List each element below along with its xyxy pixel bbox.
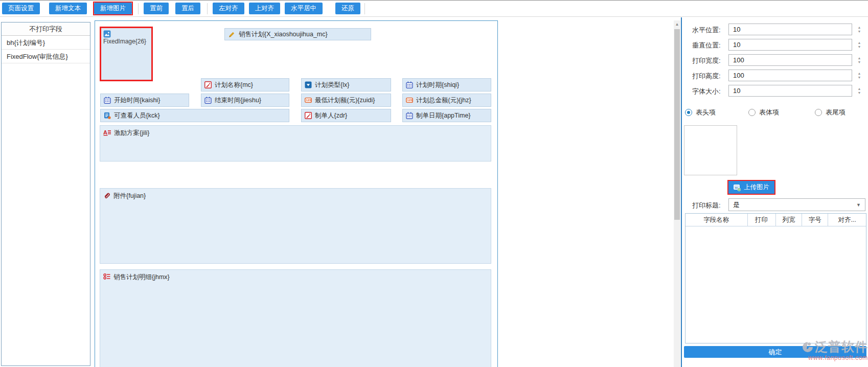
print-title-label: 打印标题: xyxy=(692,201,721,210)
print-width-input[interactable] xyxy=(728,54,852,66)
no-print-fields-panel: 不打印字段 bh{计划编号} FixedFlow{审批信息} xyxy=(1,22,90,366)
field-create-date[interactable]: 制单日期{appTime} xyxy=(402,109,491,122)
spin-down-icon[interactable]: ▼ xyxy=(858,45,861,49)
field-settings-table: 字段名称 打印 列宽 字号 对齐... xyxy=(685,213,866,343)
toolbar-divider xyxy=(207,3,208,14)
chevron-down-icon: ▼ xyxy=(856,202,861,208)
field-plan-total-amount[interactable]: 123 计划总金额(元){jhz} xyxy=(402,94,491,107)
scrollbar-thumb[interactable] xyxy=(674,29,680,220)
field-label: 计划时期{shiqi} xyxy=(416,81,459,89)
spin-up-icon[interactable]: ▲ xyxy=(858,72,861,75)
field-plan-type[interactable]: 计划类型{lx} xyxy=(301,78,391,91)
col-font-size[interactable]: 字号 xyxy=(802,214,828,226)
field-end-time[interactable]: 结束时间{jieshu} xyxy=(201,94,289,107)
upload-highlight: 上传图片 xyxy=(727,180,775,195)
sidebar-item-approval-info[interactable]: FixedFlow{审批信息} xyxy=(2,50,90,63)
block-sales-plan-detail[interactable]: 销售计划明细{jhmx} xyxy=(100,269,491,367)
col-align[interactable]: 对齐... xyxy=(828,214,866,226)
add-image-button[interactable]: 新增图片 xyxy=(94,3,132,14)
vertical-scrollbar[interactable]: ▲ xyxy=(674,20,680,367)
radio-table-footer[interactable]: 表尾项 xyxy=(815,108,846,117)
print-design-canvas: FixedImage{26} 销售计划{X_xiaoshoujihua_mc} … xyxy=(95,20,498,367)
toolbar: 页面设置 新增文本 新增图片 置前 置后 左对齐 上对齐 水平居中 还原 xyxy=(0,0,868,17)
add-image-highlight: 新增图片 xyxy=(93,2,133,15)
prop-row-font-size: 字体大小: ▲▼ xyxy=(682,85,868,97)
spin-up-icon[interactable]: ▲ xyxy=(858,87,861,90)
upload-label: 上传图片 xyxy=(744,183,769,192)
prop-label: 字体大小: xyxy=(692,87,721,96)
confirm-button[interactable]: 确定 xyxy=(684,346,866,358)
fixed-image-element[interactable]: FixedImage{26} xyxy=(100,27,153,81)
vertical-position-input[interactable] xyxy=(728,39,852,51)
field-plan-name[interactable]: 计划名称{mc} xyxy=(201,78,289,91)
field-label: 最低计划额(元){zuidi} xyxy=(315,96,375,105)
form-title-element[interactable]: 销售计划{X_xiaoshoujihua_mc} xyxy=(224,28,371,40)
radio-label: 表体项 xyxy=(759,108,779,117)
block-label: 激励方案{jili} xyxy=(114,129,149,137)
field-plan-period[interactable]: 计划时期{shiqi} xyxy=(402,78,491,91)
radio-icon xyxy=(815,109,822,116)
table-header-row: 字段名称 打印 列宽 字号 对齐... xyxy=(686,214,866,226)
radio-label: 表头项 xyxy=(696,108,716,117)
scroll-up-icon[interactable]: ▲ xyxy=(674,20,680,28)
detail-list-icon xyxy=(103,273,110,280)
prop-label: 打印宽度: xyxy=(692,56,721,65)
prop-row-vertical-position: 垂直位置: ▲▼ xyxy=(682,39,868,51)
reset-button[interactable]: 还原 xyxy=(335,3,360,14)
spin-down-icon[interactable]: ▼ xyxy=(858,76,861,79)
dropdown-icon xyxy=(305,81,312,88)
font-size-input[interactable] xyxy=(728,85,852,97)
align-top-button[interactable]: 上对齐 xyxy=(249,3,281,14)
tag-icon xyxy=(229,31,235,38)
upload-image-button[interactable]: 上传图片 xyxy=(728,181,774,194)
radio-table-body[interactable]: 表体项 xyxy=(748,108,779,117)
add-text-button[interactable]: 新增文本 xyxy=(49,3,87,14)
spin-up-icon[interactable]: ▲ xyxy=(858,56,861,60)
radio-label: 表尾项 xyxy=(826,108,846,117)
spin-up-icon[interactable]: ▲ xyxy=(858,26,861,29)
page-setup-button[interactable]: 页面设置 xyxy=(2,3,40,14)
field-label: 计划总金额(元){jhz} xyxy=(416,96,471,105)
sidebar-item-plan-number[interactable]: bh{计划编号} xyxy=(2,36,90,50)
image-preview-box xyxy=(684,125,737,175)
number-icon: 123 xyxy=(305,97,312,104)
calendar-icon xyxy=(204,97,212,104)
block-attachment[interactable]: 附件{fujian} xyxy=(100,188,491,264)
col-field-name[interactable]: 字段名称 xyxy=(686,214,748,226)
section-radio-group: 表头项 表体项 表尾项 xyxy=(682,108,868,116)
radio-table-header[interactable]: 表头项 xyxy=(685,108,716,117)
field-label: 计划名称{mc} xyxy=(215,81,253,89)
prop-row-print-width: 打印宽度: ▲▼ xyxy=(682,54,868,66)
col-column-width[interactable]: 列宽 xyxy=(776,214,803,226)
align-left-button[interactable]: 左对齐 xyxy=(213,3,244,14)
print-title-select[interactable]: 是 ▼ xyxy=(728,198,865,211)
sidebar-title: 不打印字段 xyxy=(2,22,90,36)
spin-down-icon[interactable]: ▼ xyxy=(858,91,861,95)
field-start-time[interactable]: 开始时间{kaishi} xyxy=(100,94,189,107)
col-print[interactable]: 打印 xyxy=(748,214,776,226)
field-min-plan-amount[interactable]: 123 最低计划额(元){zuidi} xyxy=(301,94,391,107)
block-incentive-plan[interactable]: A 激励方案{jili} xyxy=(100,125,491,162)
form-title-label: 销售计划{X_xiaoshoujihua_mc} xyxy=(239,30,328,39)
bring-front-button[interactable]: 置前 xyxy=(144,3,169,14)
field-viewers[interactable]: 可查看人员{kck} xyxy=(100,109,289,122)
properties-panel: 水平位置: ▲▼ 垂直位置: ▲▼ 打印宽度: ▲▼ 打印高度: ▲▼ 字体大小… xyxy=(681,17,868,367)
send-back-button[interactable]: 置后 xyxy=(175,3,200,14)
spin-up-icon[interactable]: ▲ xyxy=(858,41,861,44)
center-horizontal-button[interactable]: 水平居中 xyxy=(285,3,323,14)
calendar-icon xyxy=(406,112,413,119)
upload-image-icon xyxy=(734,184,741,191)
prop-row-print-height: 打印高度: ▲▼ xyxy=(682,70,868,81)
toolbar-divider xyxy=(364,3,365,14)
field-creator[interactable]: 制单人{zdr} xyxy=(301,109,391,122)
spin-down-icon[interactable]: ▼ xyxy=(858,30,861,33)
prop-label: 垂直位置: xyxy=(692,41,721,50)
spin-down-icon[interactable]: ▼ xyxy=(858,60,861,64)
print-height-input[interactable] xyxy=(728,70,852,81)
horizontal-position-input[interactable] xyxy=(728,24,852,35)
calendar-icon xyxy=(104,97,111,104)
print-title-value: 是 xyxy=(733,200,740,210)
prop-label: 水平位置: xyxy=(692,26,721,35)
field-label: 结束时间{jieshu} xyxy=(215,96,261,105)
attachment-icon xyxy=(103,192,110,199)
